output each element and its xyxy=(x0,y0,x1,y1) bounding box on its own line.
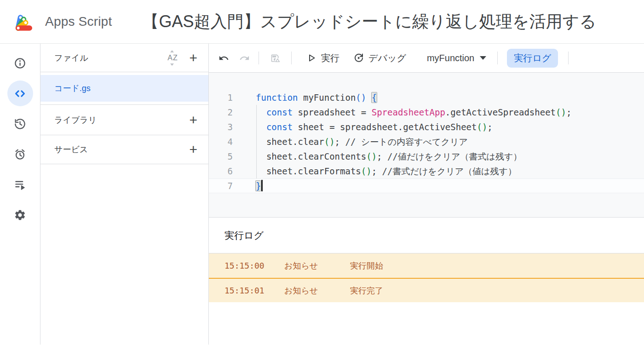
save-button xyxy=(267,50,283,66)
gear-icon xyxy=(14,209,26,221)
text-cursor xyxy=(261,180,263,191)
execution-log-button[interactable]: 実行ログ xyxy=(507,49,558,68)
files-panel-header: ファイル AZ + xyxy=(40,44,208,72)
rail-item-executions[interactable] xyxy=(7,172,33,197)
code-line-3[interactable]: 3 const sheet = spreadsheet.getActiveShe… xyxy=(209,120,644,134)
code-text: sheet.clearContents(); //値だけをクリア（書式は残す） xyxy=(256,149,522,164)
log-message: 実行完了 xyxy=(350,285,383,296)
code-line-4[interactable]: 4 sheet.clear(); // シートの内容すべてクリア xyxy=(209,134,644,149)
toolbar-divider xyxy=(259,52,259,64)
undo-button[interactable] xyxy=(215,50,232,66)
code-text: sheet.clear(); // シートの内容すべてクリア xyxy=(256,134,468,149)
code-text: sheet.clearFormats(); //書式だけをクリア（値は残す） xyxy=(256,164,517,178)
libraries-section[interactable]: ライブラリ + xyxy=(40,105,208,135)
line-number[interactable]: 4 xyxy=(209,134,233,149)
line-number[interactable]: 2 xyxy=(209,105,233,120)
services-label: サービス xyxy=(54,144,188,155)
log-row: 15:15:01お知らせ実行完了 xyxy=(209,278,644,302)
log-panel-header: 実行ログ xyxy=(209,218,644,253)
code-editor[interactable]: 1function myFunction() {2 const spreadsh… xyxy=(209,73,644,218)
info-icon xyxy=(14,57,26,69)
toolbar-divider xyxy=(497,52,498,64)
file-name: コード.gs xyxy=(54,83,91,94)
rail-item-project-history[interactable] xyxy=(7,111,33,137)
save-icon xyxy=(270,53,281,63)
sort-down-arrow xyxy=(170,63,174,66)
function-selector[interactable]: myFunction xyxy=(427,53,486,63)
debug-button[interactable]: デバッグ xyxy=(353,52,406,64)
add-file-button[interactable]: + xyxy=(188,51,198,65)
sort-up-arrow xyxy=(170,50,174,52)
log-message: 実行開始 xyxy=(350,260,383,271)
log-row: 15:15:00お知らせ実行開始 xyxy=(209,253,644,278)
editor-column: 実行 デバッグ myFunction 実行ログ 1function myFunc… xyxy=(209,44,644,345)
log-panel-title: 実行ログ xyxy=(224,229,264,242)
files-title: ファイル xyxy=(54,52,164,63)
log-rows: 15:15:00お知らせ実行開始15:15:01お知らせ実行完了 xyxy=(209,253,644,302)
executions-list-icon xyxy=(14,178,26,191)
line-number[interactable]: 6 xyxy=(209,164,233,178)
history-icon xyxy=(14,118,26,130)
redo-button xyxy=(236,50,253,66)
log-timestamp: 15:15:00 xyxy=(224,261,267,270)
line-number[interactable]: 5 xyxy=(209,149,233,164)
line-number[interactable]: 3 xyxy=(209,120,233,134)
rail-item-settings[interactable] xyxy=(7,202,33,228)
log-type: お知らせ xyxy=(284,260,321,271)
code-text: function myFunction() { xyxy=(256,90,377,105)
code-text: const sheet = spreadsheet.getActiveSheet… xyxy=(256,120,493,134)
line-number[interactable]: 1 xyxy=(209,90,233,105)
libraries-label: ライブラリ xyxy=(54,115,188,126)
editor-toolbar: 実行 デバッグ myFunction 実行ログ xyxy=(209,44,644,73)
indent-guide xyxy=(256,105,257,178)
file-list: コード.gs xyxy=(40,72,208,105)
code-line-6[interactable]: 6 sheet.clearFormats(); //書式だけをクリア（値は残す） xyxy=(209,164,644,178)
rail-item-triggers[interactable] xyxy=(7,141,33,167)
code-line-7[interactable]: 7} xyxy=(209,178,644,193)
services-section[interactable]: サービス + xyxy=(40,135,208,164)
apps-script-logo[interactable] xyxy=(13,9,39,34)
code-lines: 1function myFunction() {2 const spreadsh… xyxy=(209,90,644,193)
debug-icon xyxy=(353,52,364,63)
apps-script-logo-icon xyxy=(13,9,39,34)
sort-az-icon[interactable]: AZ xyxy=(164,52,181,64)
code-line-1[interactable]: 1function myFunction() { xyxy=(209,90,644,105)
run-button[interactable]: 実行 xyxy=(306,52,339,64)
debug-label: デバッグ xyxy=(368,52,406,64)
run-icon xyxy=(306,52,317,63)
redo-icon xyxy=(239,53,250,63)
log-timestamp: 15:15:01 xyxy=(224,286,267,295)
add-service-button[interactable]: + xyxy=(188,143,198,156)
log-type: お知らせ xyxy=(284,285,321,296)
chevron-down-icon xyxy=(480,56,486,60)
file-item-code-gs[interactable]: コード.gs xyxy=(40,75,208,102)
run-label: 実行 xyxy=(321,52,339,64)
rail-item-overview[interactable] xyxy=(7,50,33,76)
toolbar-divider xyxy=(568,52,569,64)
undo-icon xyxy=(218,53,229,63)
line-number[interactable]: 7 xyxy=(209,178,233,193)
app-name: Apps Script xyxy=(45,14,112,29)
code-icon xyxy=(14,87,26,100)
selected-function-name: myFunction xyxy=(427,53,474,63)
rail-item-editor[interactable] xyxy=(7,80,33,106)
code-text: const spreadsheet = SpreadsheetApp.getAc… xyxy=(256,105,571,120)
code-line-5[interactable]: 5 sheet.clearContents(); //値だけをクリア（書式は残す… xyxy=(209,149,644,164)
code-line-2[interactable]: 2 const spreadsheet = SpreadsheetApp.get… xyxy=(209,105,644,120)
toolbar-divider xyxy=(291,52,292,64)
app-header: Apps Script 【GAS超入門】スプレッドシートに繰り返し処理を活用する xyxy=(0,0,644,44)
code-text: } xyxy=(256,178,263,193)
alarm-clock-icon xyxy=(14,148,26,161)
add-library-button[interactable]: + xyxy=(188,113,198,127)
project-title[interactable]: 【GAS超入門】スプレッドシートに繰り返し処理を活用する xyxy=(142,11,596,33)
files-panel: ファイル AZ + コード.gs ライブラリ + サービス + xyxy=(40,44,209,345)
left-rail xyxy=(0,44,40,345)
